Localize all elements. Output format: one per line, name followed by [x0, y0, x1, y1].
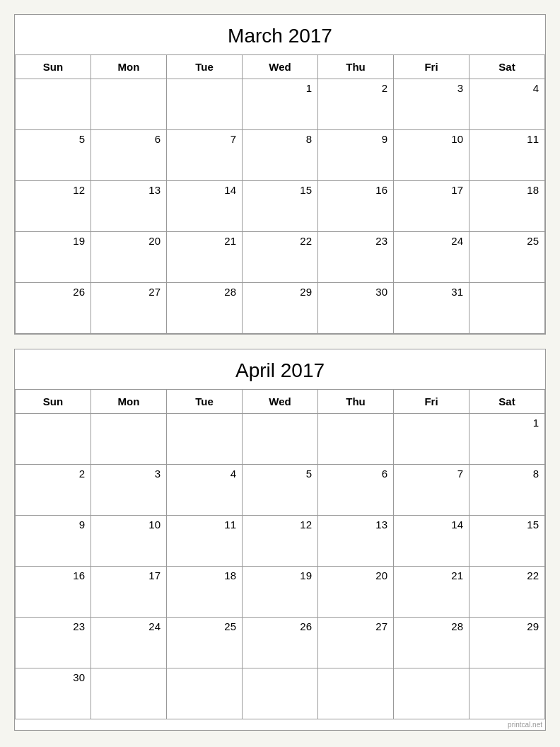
- day-header-fri: Fri: [394, 390, 469, 414]
- day-cell: 10: [394, 130, 469, 181]
- day-cell: 15: [469, 516, 545, 567]
- day-cell: 16: [16, 567, 91, 618]
- day-header-wed: Wed: [243, 55, 318, 79]
- day-cell: 20: [318, 567, 394, 618]
- day-cell: 15: [243, 181, 318, 232]
- april-grid: SunMonTueWedThuFriSat1234567891011121314…: [15, 390, 545, 719]
- day-cell: 1: [469, 414, 545, 465]
- day-cell: 14: [394, 516, 469, 567]
- day-cell: 17: [394, 181, 469, 232]
- day-cell: [167, 414, 243, 465]
- day-cell: 28: [394, 618, 469, 668]
- watermark: printcal.net: [15, 719, 545, 730]
- day-cell: 9: [16, 516, 91, 567]
- march-grid: SunMonTueWedThuFriSat1234567891011121314…: [15, 55, 545, 334]
- day-cell: 27: [318, 618, 394, 668]
- day-header-sat: Sat: [469, 390, 545, 414]
- day-cell: [469, 283, 545, 334]
- day-cell: 12: [243, 516, 318, 567]
- day-header-mon: Mon: [91, 390, 167, 414]
- day-cell: 19: [16, 232, 91, 283]
- day-cell: 27: [91, 283, 167, 334]
- day-cell: [167, 79, 243, 130]
- day-header-sun: Sun: [16, 390, 91, 414]
- day-header-wed: Wed: [243, 390, 318, 414]
- day-cell: 3: [91, 465, 167, 516]
- day-cell: [91, 79, 167, 130]
- day-cell: 5: [243, 465, 318, 516]
- april-calendar: April 2017 SunMonTueWedThuFriSat12345678…: [14, 349, 546, 731]
- day-header-sun: Sun: [16, 55, 91, 79]
- day-cell: 4: [469, 79, 545, 130]
- day-cell: [243, 414, 318, 465]
- day-cell: 22: [469, 567, 545, 618]
- day-cell: [394, 668, 469, 719]
- day-cell: 22: [243, 232, 318, 283]
- day-cell: [167, 668, 243, 719]
- day-cell: 6: [91, 130, 167, 181]
- day-cell: [243, 668, 318, 719]
- day-cell: 16: [318, 181, 394, 232]
- day-cell: 4: [167, 465, 243, 516]
- day-cell: 12: [16, 181, 91, 232]
- day-header-fri: Fri: [394, 55, 469, 79]
- march-title: March 2017: [15, 15, 545, 55]
- day-cell: [91, 414, 167, 465]
- day-cell: 7: [167, 130, 243, 181]
- day-cell: [318, 414, 394, 465]
- day-cell: 29: [469, 618, 545, 668]
- april-title: April 2017: [15, 349, 545, 390]
- day-cell: 11: [469, 130, 545, 181]
- day-header-tue: Tue: [167, 390, 243, 414]
- day-cell: 31: [394, 283, 469, 334]
- day-cell: [16, 414, 91, 465]
- day-cell: [91, 668, 167, 719]
- day-header-thu: Thu: [318, 55, 394, 79]
- day-cell: 1: [243, 79, 318, 130]
- day-cell: 17: [91, 567, 167, 618]
- day-cell: 13: [318, 516, 394, 567]
- day-cell: 3: [394, 79, 469, 130]
- day-cell: 26: [243, 618, 318, 668]
- day-cell: 8: [243, 130, 318, 181]
- day-cell: 9: [318, 130, 394, 181]
- day-cell: 21: [167, 232, 243, 283]
- march-calendar: March 2017 SunMonTueWedThuFriSat12345678…: [14, 14, 546, 335]
- day-cell: 2: [16, 465, 91, 516]
- day-cell: 20: [91, 232, 167, 283]
- day-cell: 21: [394, 567, 469, 618]
- day-cell: 30: [318, 283, 394, 334]
- day-cell: 10: [91, 516, 167, 567]
- day-cell: 11: [167, 516, 243, 567]
- day-cell: 18: [167, 567, 243, 618]
- day-cell: 19: [243, 567, 318, 618]
- day-cell: [318, 668, 394, 719]
- day-cell: 26: [16, 283, 91, 334]
- day-cell: 28: [167, 283, 243, 334]
- day-cell: 30: [16, 668, 91, 719]
- day-cell: 14: [167, 181, 243, 232]
- day-cell: 5: [16, 130, 91, 181]
- day-cell: 24: [91, 618, 167, 668]
- day-cell: 7: [394, 465, 469, 516]
- day-cell: 23: [318, 232, 394, 283]
- day-cell: 25: [167, 618, 243, 668]
- day-cell: [394, 414, 469, 465]
- day-cell: 2: [318, 79, 394, 130]
- day-header-mon: Mon: [91, 55, 167, 79]
- day-cell: [16, 79, 91, 130]
- day-cell: 6: [318, 465, 394, 516]
- day-cell: 23: [16, 618, 91, 668]
- day-header-tue: Tue: [167, 55, 243, 79]
- day-cell: [469, 668, 545, 719]
- day-cell: 24: [394, 232, 469, 283]
- day-cell: 8: [469, 465, 545, 516]
- day-header-thu: Thu: [318, 390, 394, 414]
- day-cell: 18: [469, 181, 545, 232]
- day-cell: 25: [469, 232, 545, 283]
- day-cell: 13: [91, 181, 167, 232]
- day-cell: 29: [243, 283, 318, 334]
- day-header-sat: Sat: [469, 55, 545, 79]
